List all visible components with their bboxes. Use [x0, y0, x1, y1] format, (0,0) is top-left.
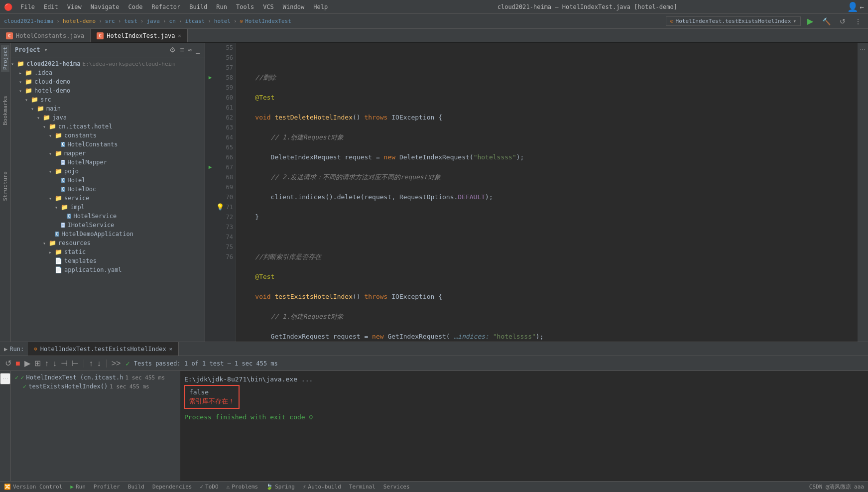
tree-item-hotel[interactable]: C Hotel [11, 176, 205, 185]
sort-icon[interactable]: ≈ [187, 45, 193, 55]
tree-item-cn-itcast[interactable]: 📁 cn.itcast.hotel [11, 122, 205, 131]
tree-item-ihotelservice[interactable]: I IHotelService [11, 221, 205, 230]
tree-item-pojo[interactable]: 📁 pojo [11, 167, 205, 176]
breadcrumb-cloud2021[interactable]: cloud2021-heima [4, 18, 53, 24]
breadcrumb-hotel-demo[interactable]: hotel-demo [63, 18, 96, 24]
breadcrumb-hotel[interactable]: hotel [214, 18, 231, 24]
menu-tools[interactable]: Tools [232, 2, 258, 11]
collapse-icon[interactable]: ≡ [179, 45, 185, 55]
tree-item-hoteldemo-app[interactable]: C HotelDemoApplication [11, 230, 205, 239]
restart-btn[interactable]: ↺ [4, 358, 12, 369]
tree-item-service[interactable]: 📁 service [11, 194, 205, 203]
run-config-dropdown[interactable]: ▾ [793, 18, 796, 24]
run-icon-58[interactable]: ▶ [205, 73, 215, 83]
run-button[interactable]: ▶ [805, 15, 816, 27]
tree-item-main[interactable]: 📁 main [11, 104, 205, 113]
align-right-btn[interactable]: ⊢ [71, 358, 80, 369]
reload-button[interactable]: ↺ [837, 16, 848, 27]
breadcrumb-itcast[interactable]: itcast [185, 18, 205, 24]
menu-run[interactable]: Run [212, 2, 231, 11]
run-tree-test-item[interactable]: ✓ testExistsHotelIndex() 1 sec 455 ms [13, 382, 178, 391]
statusbar-build[interactable]: Build [128, 484, 144, 490]
code-text[interactable]: //删除 @Test void testDeleteHotelIndex() t… [236, 43, 858, 342]
tab-close-indextest[interactable]: ✕ [178, 33, 181, 38]
breadcrumb-hotelindextest[interactable]: HotelIndexTest [245, 18, 291, 24]
up-btn[interactable]: ↑ [88, 358, 94, 369]
tree-item-constants[interactable]: 📁 constants [11, 131, 205, 140]
tree-item-hoteldoc[interactable]: C HotelDoc [11, 185, 205, 194]
down-btn[interactable]: ↓ [96, 358, 102, 369]
settings-icon[interactable]: ⚙ [168, 45, 177, 55]
menu-view[interactable]: View [63, 2, 86, 11]
menu-window[interactable]: Window [279, 2, 308, 11]
run-output-panel[interactable]: E:\jdk\jdk-8u271\bin\java.exe ... false … [180, 371, 868, 481]
minimize-icon[interactable]: _ [195, 45, 201, 55]
statusbar-services[interactable]: Services [383, 484, 410, 490]
tree-item-hotel-demo[interactable]: 📁 hotel-demo [11, 86, 205, 95]
breadcrumb-test[interactable]: test [124, 18, 137, 24]
tree-item-mapper[interactable]: 📁 mapper [11, 149, 205, 158]
build-button[interactable]: 🔨 [820, 16, 833, 27]
tree-item-src[interactable]: 📁 src [11, 95, 205, 104]
tree-item-cloud2021[interactable]: 📁 cloud2021-heima E:\idea-workspace\clou… [11, 59, 205, 68]
tab-hotelindextest[interactable]: C HotelIndexTest.java ✕ [91, 29, 187, 42]
run-tree-root[interactable]: ✓ ✓ HotelIndexTest (cn.itcast.h 1 sec 45… [13, 373, 178, 382]
resume-btn[interactable]: ▶ [23, 358, 31, 369]
tree-item-java[interactable]: 📁 java [11, 113, 205, 122]
code-line-57: @Test [240, 93, 854, 103]
left-tab-bookmarks[interactable]: Bookmarks [1, 94, 9, 127]
expand-btn[interactable]: >> [111, 358, 122, 369]
statusbar-todo[interactable]: ✓ ToDO [200, 484, 218, 490]
sort-desc-btn[interactable]: ↓ [52, 358, 58, 369]
tree-item-impl[interactable]: 📁 impl [11, 203, 205, 212]
breadcrumb-java[interactable]: java [146, 18, 160, 24]
more-button[interactable]: ⋮ [852, 16, 864, 27]
statusbar-profiler[interactable]: Profiler [94, 484, 120, 490]
menu-vcs[interactable]: VCS [259, 2, 278, 11]
tree-item-templates[interactable]: 📄 templates [11, 256, 205, 265]
statusbar-autobuild[interactable]: ⚡ Auto-build [303, 484, 341, 490]
code-scroll-area[interactable]: 55 56 57 ▶ 58 [205, 43, 858, 342]
sort-asc-btn[interactable]: ↑ [44, 358, 50, 369]
statusbar-problems[interactable]: ⚠ Problems [227, 484, 258, 490]
menu-navigate[interactable]: Navigate [87, 2, 124, 11]
filter-btn[interactable]: ⊞ [33, 358, 42, 369]
menu-code[interactable]: Code [124, 2, 147, 11]
run-configuration[interactable]: ⊙ HotelIndexTest.testExistsHotelIndex ▾ [666, 16, 801, 26]
right-tab-btn[interactable]: ⋮ [859, 45, 867, 54]
tree-item-cloud-demo[interactable]: 📁 cloud-demo [11, 77, 205, 86]
tab-hotelconstants[interactable]: C HotelConstants.java [0, 29, 91, 42]
tree-item-idea[interactable]: 📁 .idea [11, 68, 205, 77]
sidebar-dropdown-icon[interactable]: ▾ [44, 46, 48, 53]
menu-refactor[interactable]: Refactor [147, 2, 184, 11]
statusbar-version-control[interactable]: 🔀 Version Control [4, 484, 62, 490]
bottom-left-btn1[interactable]: ⋮ [0, 373, 10, 384]
left-tab-project[interactable]: Project [1, 45, 9, 72]
run-tab-close[interactable]: ✕ [169, 346, 172, 352]
menu-build[interactable]: Build [185, 2, 211, 11]
left-tab-structure[interactable]: Structure [1, 169, 9, 203]
statusbar-spring[interactable]: 🍃 Spring [266, 484, 295, 490]
menu-help[interactable]: Help [309, 2, 332, 11]
tree-item-static[interactable]: 📁 static [11, 247, 205, 256]
align-left-btn[interactable]: ⊣ [60, 358, 69, 369]
pass-check-root2: ✓ [20, 374, 24, 381]
menu-edit[interactable]: Edit [40, 2, 62, 11]
breadcrumb-file[interactable]: ⊙ [240, 18, 244, 24]
nav-back-btn[interactable]: ← [860, 3, 864, 11]
statusbar-run[interactable]: ▶ Run [70, 484, 86, 490]
statusbar-dependencies[interactable]: Dependencies [152, 484, 192, 490]
menu-file[interactable]: File [16, 2, 39, 11]
breadcrumb-src[interactable]: src [105, 18, 115, 24]
tree-item-resources[interactable]: 📁 resources [11, 239, 205, 247]
run-icon-67[interactable]: ▶ [205, 162, 215, 172]
tree-item-application-yaml[interactable]: 📄 application.yaml [11, 265, 205, 274]
bottom-tab-run[interactable]: ⊙ HotelIndexTest.testExistsHotelIndex ✕ [28, 342, 179, 356]
tree-item-hotelservice[interactable]: C HotelService [11, 212, 205, 221]
tree-item-hotelmapper[interactable]: I HotelMapper [11, 158, 205, 167]
tree-item-hotelconstants[interactable]: C HotelConstants [11, 140, 205, 149]
user-avatar[interactable]: 👤 [847, 1, 858, 12]
stop-btn[interactable]: ■ [14, 358, 21, 369]
statusbar-terminal[interactable]: Terminal [349, 484, 375, 490]
breadcrumb-cn[interactable]: cn [169, 18, 176, 24]
